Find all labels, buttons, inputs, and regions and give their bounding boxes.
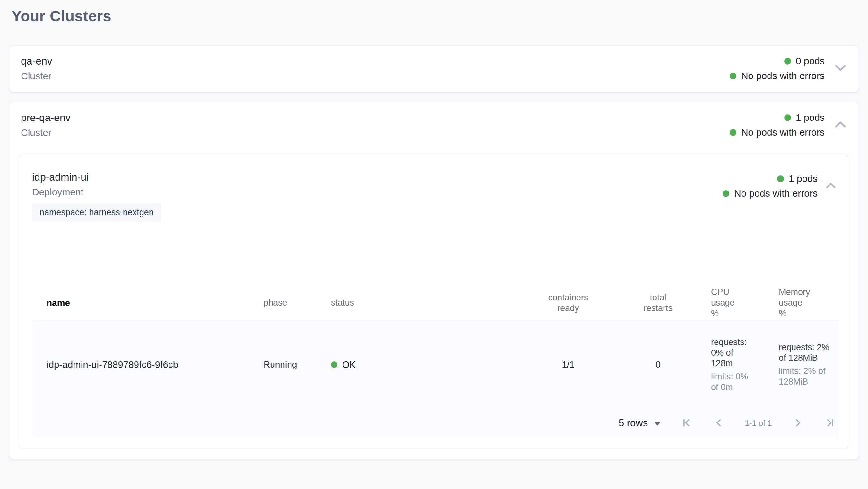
cluster-card-pre-qa-env: pre-qa-env Cluster 1 pods No pods with e… [9, 102, 859, 460]
column-header-containers-ready: containers ready [546, 292, 591, 314]
green-status-dot [730, 73, 736, 79]
rows-per-page-select[interactable]: 5 rows [619, 418, 661, 429]
pods-status: 0 pods No pods with errors [730, 56, 825, 81]
cluster-card-header: pre-qa-env Cluster 1 pods No pods with e… [9, 102, 859, 148]
column-header-total-restarts: total restarts [641, 292, 676, 314]
pods-errors-label: No pods with errors [741, 70, 825, 81]
total-restarts-cell: 0 [655, 359, 661, 370]
first-page-icon [682, 418, 691, 429]
pods-count-line: 1 pods [784, 112, 825, 123]
namespace-badge: namespace: harness-nextgen [32, 203, 161, 222]
deployment-card: idp-admin-ui Deployment namespace: harne… [20, 153, 848, 450]
expand-cluster-button[interactable] [832, 62, 848, 75]
green-status-dot [331, 362, 337, 368]
chevron-up-icon [826, 182, 836, 190]
pods-count-label: 1 pods [789, 173, 817, 184]
cluster-card-qa-env: qa-env Cluster 0 pods No pods with error… [9, 45, 859, 92]
table-pagination: 5 rows [32, 408, 838, 438]
next-page-button[interactable] [792, 417, 804, 430]
cpu-limits-value: limits: 0% of 0m [711, 371, 754, 393]
pagination-range-label: 1-1 of 1 [745, 419, 772, 428]
collapse-cluster-button[interactable] [832, 119, 848, 132]
column-header-phase: phase [261, 297, 328, 308]
pods-count-line: 1 pods [777, 173, 817, 184]
cluster-card-header: qa-env Cluster 0 pods No pods with error… [9, 46, 859, 92]
pods-errors-line: No pods with errors [730, 70, 825, 81]
pods-errors-line: No pods with errors [722, 188, 817, 199]
collapse-deployment-button[interactable] [824, 180, 838, 192]
chevron-right-icon [793, 418, 803, 429]
pods-table-body: idp-admin-ui-7889789fc6-9f6cb Running OK… [32, 321, 838, 438]
pods-count-line: 0 pods [784, 56, 825, 66]
chevron-up-icon [835, 121, 846, 129]
last-page-icon [825, 418, 835, 429]
pod-name-cell: idp-admin-ui-7889789fc6-9f6cb [32, 359, 261, 370]
page-title: Your Clusters [11, 7, 859, 25]
memory-usage-cell: requests: 2% of 128MiB limits: 2% of 128… [776, 342, 838, 387]
rows-per-page-value: 5 rows [619, 418, 648, 429]
pods-status: 1 pods No pods with errors [730, 112, 825, 138]
containers-ready-cell: 1/1 [562, 359, 575, 370]
deployment-header: idp-admin-ui Deployment namespace: harne… [32, 171, 838, 222]
cluster-card-body: idp-admin-ui Deployment namespace: harne… [9, 148, 859, 459]
first-page-button[interactable] [681, 417, 693, 430]
column-header-status: status [328, 297, 528, 308]
green-status-dot [730, 129, 736, 136]
table-row[interactable]: idp-admin-ui-7889789fc6-9f6cb Running OK… [32, 321, 838, 408]
pods-table-header-row: name phase status containers ready total… [32, 287, 838, 321]
cluster-titles: qa-env Cluster [21, 55, 52, 82]
cluster-name: qa-env [21, 55, 52, 67]
clusters-page: Your Clusters qa-env Cluster 0 pods No p… [0, 0, 868, 460]
pods-status: 1 pods No pods with errors [722, 173, 817, 199]
column-header-memory-usage: Memory usage % [776, 287, 838, 319]
memory-requests-value: requests: 2% of 128MiB [779, 342, 832, 363]
pod-status-label: OK [342, 359, 356, 370]
dropdown-caret-icon [654, 422, 661, 426]
chevron-down-icon [835, 64, 846, 72]
cluster-name: pre-qa-env [21, 111, 71, 124]
pods-count-label: 0 pods [796, 56, 825, 66]
cluster-kind-label: Cluster [21, 126, 71, 139]
previous-page-button[interactable] [713, 417, 725, 430]
last-page-button[interactable] [824, 417, 836, 430]
memory-limits-value: limits: 2% of 128MiB [779, 366, 832, 387]
deployment-status-area: 1 pods No pods with errors [722, 173, 838, 199]
pods-errors-label: No pods with errors [734, 188, 817, 199]
cluster-kind-label: Cluster [21, 70, 52, 82]
green-status-dot [722, 190, 729, 197]
chevron-left-icon [714, 418, 723, 429]
column-header-cpu-usage: CPU usage % [708, 287, 776, 319]
cluster-titles: pre-qa-env Cluster [21, 111, 71, 139]
deployment-kind-label: Deployment [32, 186, 161, 198]
green-status-dot [784, 114, 791, 121]
green-status-dot [784, 58, 791, 64]
column-header-name: name [32, 297, 261, 308]
pod-phase-cell: Running [261, 359, 328, 370]
cpu-requests-value: requests: 0% of 128m [711, 337, 754, 369]
pods-count-label: 1 pods [796, 112, 825, 123]
pods-errors-line: No pods with errors [730, 127, 825, 138]
pods-table: name phase status containers ready total… [32, 287, 838, 438]
cpu-usage-cell: requests: 0% of 128m limits: 0% of 0m [708, 337, 776, 393]
cluster-status-area: 1 pods No pods with errors [730, 112, 848, 138]
pod-status-cell: OK [328, 359, 528, 370]
deployment-name: idp-admin-ui [32, 171, 161, 183]
green-status-dot [777, 175, 784, 182]
cluster-status-area: 0 pods No pods with errors [730, 56, 848, 81]
deployment-titles: idp-admin-ui Deployment namespace: harne… [32, 171, 161, 222]
pods-errors-label: No pods with errors [741, 127, 825, 138]
